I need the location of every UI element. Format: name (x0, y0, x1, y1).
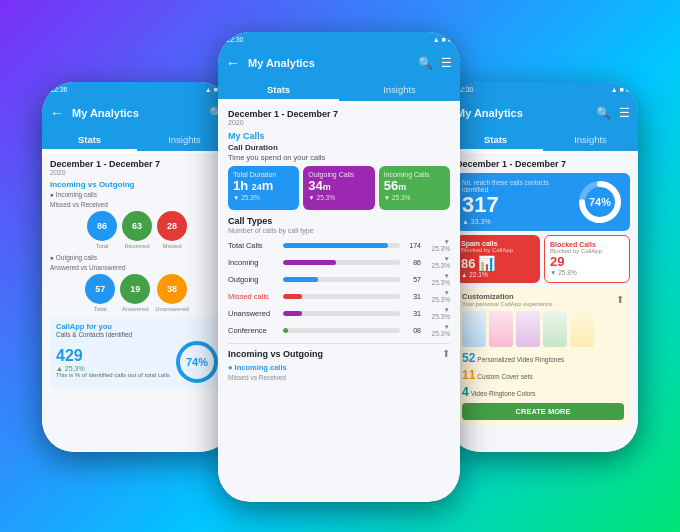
right-spam-title: Spam calls (461, 240, 535, 247)
left-tab-stats[interactable]: Stats (42, 130, 137, 151)
right-big-sub: No. reach these calls contacts identifie… (462, 179, 576, 193)
left-date-range: December 1 - December 7 (50, 159, 224, 169)
left-outgoing-sub: Answered vs Unanswered (50, 264, 224, 271)
call-val-conference: 08 (403, 327, 421, 334)
left-callapp-desc: This is % of identified calls out of tot… (56, 372, 170, 378)
call-bar-outgoing (283, 277, 318, 282)
right-stat-custom: 11 Custom Cover sets (462, 368, 533, 382)
right-blocked-card: Blocked Calls Blocked by CallApp 29 ▼ 25… (544, 235, 630, 283)
right-donut-label: 74% (589, 196, 611, 208)
left-year: 2020 (50, 169, 224, 176)
left-status-bar: 12:36 ▲ ■ ■ (42, 82, 232, 96)
left-incoming-sub: Missed vs Received (50, 201, 224, 208)
left-time: 12:36 (50, 86, 68, 93)
right-search-icon[interactable]: 🔍 (596, 106, 611, 120)
center-content: December 1 - December 7 2020 My Calls Ca… (218, 103, 460, 501)
center-out-value: 34m (308, 178, 369, 194)
right-tabs: Stats Insights (448, 130, 638, 153)
right-date-range: December 1 - December 7 (456, 159, 630, 169)
left-tabs: Stats Insights (42, 130, 232, 153)
center-ivs-label: Incoming vs Outgoing (228, 349, 323, 359)
center-tab-stats[interactable]: Stats (218, 80, 339, 101)
call-label-conference: Conference (228, 326, 280, 335)
right-thumbnails (462, 311, 624, 347)
right-thumb-1 (462, 311, 486, 347)
right-content: December 1 - December 7 No. reach these … (448, 153, 638, 452)
call-bar-unanswered-wrap (283, 311, 400, 316)
call-bar-missed (283, 294, 302, 299)
right-app-title: My Analytics (456, 107, 588, 119)
right-blocked-title: Blocked Calls (550, 241, 624, 248)
center-filter-icon[interactable]: ☰ (441, 56, 452, 70)
left-in-received: 63 Received (122, 211, 152, 249)
center-tab-insights[interactable]: Insights (339, 80, 460, 101)
left-callapp-change: ▲ 25.3% (56, 365, 170, 372)
right-header: My Analytics 🔍 ☰ (448, 96, 638, 130)
call-row-total: Total Calls 174 ▼ 25.3% (228, 238, 450, 252)
center-icons: ▲ ■ ■ (433, 36, 452, 43)
call-row-outgoing: Outgoing 57 ▼ 25.3% (228, 272, 450, 286)
left-back-icon[interactable]: ← (50, 105, 64, 121)
center-call-types-title: Call Types (228, 216, 450, 226)
call-val-incoming: 86 (403, 259, 421, 266)
call-change-incoming: ▼ 25.3% (424, 255, 450, 269)
right-stat-label-1: Custom Cover sets (477, 373, 532, 380)
left-out-unanswered: 38 Unanswered (155, 274, 189, 312)
call-bar-total-wrap (283, 243, 400, 248)
center-in-value: 56m (384, 178, 445, 194)
right-stat-num-1: 11 (462, 368, 475, 382)
right-status-bar: 12:30 ▲ ■ ■ (448, 82, 638, 96)
call-change-total: ▼ 25.3% (424, 238, 450, 252)
center-out-label: Outgoing Calls (308, 171, 369, 178)
left-header: ← My Analytics 🔍 (42, 96, 232, 130)
right-tab-stats[interactable]: Stats (448, 130, 543, 151)
left-app-title: My Analytics (72, 107, 201, 119)
left-in-total-badge: 86 (87, 211, 117, 241)
center-outgoing-card: Outgoing Calls 34m ▼ 25.3% (303, 166, 374, 210)
right-big-num: 317 (462, 193, 576, 217)
center-share-icon[interactable]: ⬆ (442, 348, 450, 359)
left-in-missed-badge: 28 (157, 211, 187, 241)
center-back-icon[interactable]: ← (226, 55, 240, 71)
call-row-conference: Conference 08 ▼ 25.3% (228, 323, 450, 337)
call-label-incoming: Incoming (228, 258, 280, 267)
right-tab-insights[interactable]: Insights (543, 130, 638, 151)
center-time: 12:30 (226, 36, 244, 43)
center-incoming-card: Incoming Calls 56m ▼ 25.3% (379, 166, 450, 210)
right-filter-icon[interactable]: ☰ (619, 106, 630, 120)
right-stat-video: 4 Video Ringtone Colors (462, 385, 536, 399)
center-header: ← My Analytics 🔍 ☰ (218, 46, 460, 80)
center-call-duration-sub: Time you spend on your calls (228, 153, 450, 162)
call-change-unanswered: ▼ 25.3% (424, 306, 450, 320)
call-val-unanswered: 31 (403, 310, 421, 317)
right-create-btn[interactable]: CREATE MORE (462, 403, 624, 420)
right-share-icon[interactable]: ⬆ (616, 294, 624, 305)
center-out-change: ▼ 25.3% (308, 194, 369, 201)
left-callapp-sub: Calls & Contacts Identified (56, 331, 218, 338)
left-content: December 1 - December 7 2020 Incoming vs… (42, 153, 232, 452)
right-stat-num-2: 4 (462, 385, 469, 399)
center-total-dur-value: 1h 24m (233, 178, 294, 194)
phone-left: 12:36 ▲ ■ ■ ← My Analytics 🔍 Stats Insig… (42, 82, 232, 452)
left-callapp-row: 429 ▲ 25.3% This is % of identified call… (56, 341, 218, 383)
call-change-missed: ▼ 25.3% (424, 289, 450, 303)
center-in-change: ▼ 25.3% (384, 194, 445, 201)
center-date-range: December 1 - December 7 (228, 109, 450, 119)
center-ivs-section: Incoming vs Outgoing ⬆ ● Incoming calls … (228, 343, 450, 382)
left-incoming-vs-outgoing: Incoming vs Outgoing (50, 180, 224, 189)
right-custom-title: Customization (462, 292, 553, 301)
center-incoming-calls-sub: Missed vs Received (228, 374, 286, 381)
call-label-unanswered: Unanswered (228, 309, 280, 318)
center-stat-cards: Total Duration 1h 24m ▼ 25.3% Outgoing C… (228, 166, 450, 210)
center-total-dur-label: Total Duration (233, 171, 294, 178)
right-icons: ▲ ■ ■ (611, 86, 630, 93)
right-donut-wrap: 74% (576, 178, 624, 226)
right-spam-num: 86 (461, 256, 475, 271)
center-total-dur-change: ▼ 25.3% (233, 194, 294, 201)
call-change-conference: ▼ 25.3% (424, 323, 450, 337)
right-custom-stats-2: 11 Custom Cover sets (462, 368, 624, 382)
call-bar-conference (283, 328, 288, 333)
center-search-icon[interactable]: 🔍 (418, 56, 433, 70)
right-thumb-5 (570, 311, 594, 347)
left-callapp-title: CallApp for you (56, 322, 218, 331)
